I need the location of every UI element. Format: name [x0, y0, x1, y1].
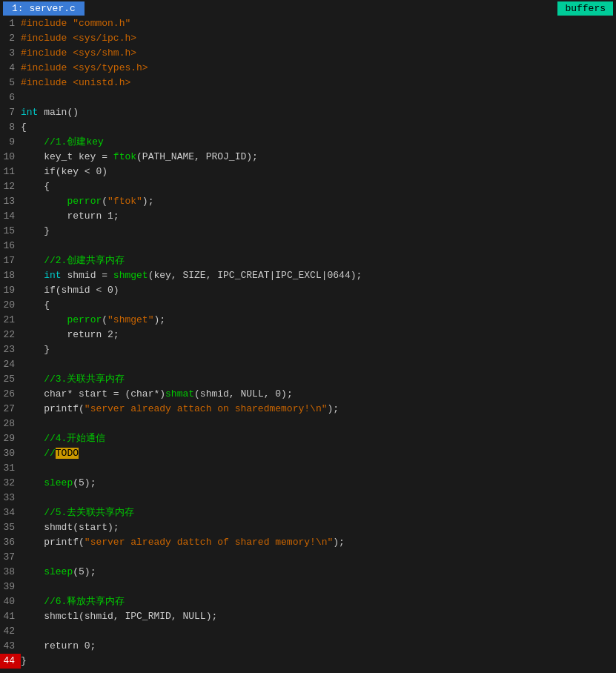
line-content: { [21, 298, 50, 313]
line-content: return 1; [21, 209, 119, 224]
line-number: 28 [0, 417, 21, 431]
code-line: 11 if(key < 0) [0, 165, 616, 179]
line-content: { [21, 179, 50, 194]
todo-token: TODO [56, 448, 79, 459]
line-content: #include <unistd.h> [21, 76, 130, 90]
code-token: ftok [113, 151, 136, 162]
code-line: 22 return 2; [0, 328, 616, 342]
code-token: printf( [21, 537, 85, 548]
line-content: shmctl(shmid, IPC_RMID, NULL); [21, 609, 217, 624]
code-token: "server already dattch of shared memory!… [85, 537, 333, 548]
line-number: 9 [0, 135, 21, 150]
code-token: (key, SIZE, IPC_CREAT|IPC_EXCL|0644); [148, 270, 362, 281]
line-number: 38 [0, 565, 21, 580]
line-content: #include <sys/ipc.h> [21, 31, 136, 46]
code-line: 18 int shmid = shmget(key, SIZE, IPC_CRE… [0, 268, 616, 283]
line-number: 15 [0, 224, 21, 239]
code-token: //1.创建key [21, 136, 104, 147]
line-content: if(key < 0) [21, 165, 107, 179]
line-content: //2.创建共享内存 [21, 253, 125, 268]
code-token: (5); [73, 477, 96, 488]
code-line: 39 [0, 580, 616, 594]
line-number: 43 [0, 639, 21, 654]
line-number: 4 [0, 61, 21, 76]
line-number: 23 [0, 342, 21, 357]
line-content: char* start = (char*)shmat(shmid, NULL, … [21, 387, 293, 402]
code-token: "shmget" [107, 314, 153, 325]
line-content: //4.开始通信 [21, 431, 105, 446]
code-token: //5.去关联共享内存 [21, 507, 134, 518]
code-line: 7int main() [0, 105, 616, 120]
code-line: 19 if(shmid < 0) [0, 283, 616, 298]
code-token: perror [67, 314, 102, 325]
line-content: #include <sys/types.h> [21, 61, 148, 76]
code-line: 30 //TODO [0, 446, 616, 461]
line-content: printf("server already attach on sharedm… [21, 402, 339, 417]
code-token: } [21, 655, 27, 666]
code-token: return 0; [21, 640, 96, 652]
code-token: ); [142, 196, 154, 207]
line-content: } [21, 224, 50, 239]
line-number: 44 [0, 654, 21, 669]
code-line: 33 [0, 491, 616, 505]
code-token: (5); [73, 566, 96, 577]
line-content: perror("ftok"); [21, 194, 153, 209]
code-area: 1#include "common.h"2#include <sys/ipc.h… [0, 16, 616, 673]
code-token: if(key < 0) [21, 166, 107, 177]
line-number: 36 [0, 535, 21, 550]
buffers-badge[interactable]: buffers [557, 1, 613, 16]
code-token: perror [67, 196, 102, 207]
line-content: sleep(5); [21, 565, 96, 580]
code-line: 29 //4.开始通信 [0, 431, 616, 446]
line-content: sleep(5); [21, 476, 96, 491]
code-line: 21 perror("shmget"); [0, 313, 616, 328]
line-number: 31 [0, 461, 21, 476]
line-content: key_t key = ftok(PATH_NAME, PROJ_ID); [21, 150, 258, 165]
code-token [21, 196, 67, 207]
code-token: { [21, 181, 50, 192]
code-token: (shmid, NULL, 0); [194, 388, 293, 400]
line-content: //6.释放共享内存 [21, 594, 125, 609]
line-number: 2 [0, 31, 21, 46]
line-number: 19 [0, 283, 21, 298]
code-token: "server already attach on sharedmemory!\… [85, 403, 328, 414]
code-line: 42 [0, 624, 616, 639]
line-number: 5 [0, 76, 21, 90]
code-line: 20 { [0, 298, 616, 313]
line-number: 42 [0, 624, 21, 639]
code-token: main() [38, 107, 79, 118]
line-number: 34 [0, 505, 21, 520]
code-line: 13 perror("ftok"); [0, 194, 616, 209]
code-token: //3.关联共享内存 [21, 374, 125, 385]
line-content: { [21, 120, 27, 135]
code-line: 36 printf("server already dattch of shar… [0, 535, 616, 550]
code-line: 10 key_t key = ftok(PATH_NAME, PROJ_ID); [0, 150, 616, 165]
code-token: //6.释放共享内存 [21, 596, 125, 607]
code-token: //4.开始通信 [21, 433, 105, 444]
code-token: shmdt(start); [21, 522, 119, 533]
code-token: <sys/shm.h> [73, 47, 136, 59]
code-line: 34 //5.去关联共享内存 [0, 505, 616, 520]
code-token: shmctl(shmid, IPC_RMID, NULL); [21, 611, 217, 622]
code-token: ( [102, 314, 107, 325]
code-token: sleep [44, 566, 73, 577]
code-token: { [21, 299, 50, 311]
line-number: 32 [0, 476, 21, 491]
line-number: 14 [0, 209, 21, 224]
code-token: } [21, 225, 50, 236]
line-content: #include "common.h" [21, 16, 130, 31]
line-number: 27 [0, 402, 21, 417]
line-number: 41 [0, 609, 21, 624]
code-token: ); [327, 403, 339, 414]
line-content: int main() [21, 105, 79, 120]
tab-filename[interactable]: 1: server.c [3, 1, 85, 16]
code-token [21, 477, 44, 488]
code-token: <unistd.h> [73, 77, 130, 88]
code-line: 32 sleep(5); [0, 476, 616, 491]
line-content: } [21, 342, 50, 357]
code-token: { [21, 122, 27, 133]
code-token: shmat [165, 388, 194, 400]
line-number: 13 [0, 194, 21, 209]
line-content: perror("shmget"); [21, 313, 165, 328]
code-token: //2.创建共享内存 [21, 255, 125, 266]
